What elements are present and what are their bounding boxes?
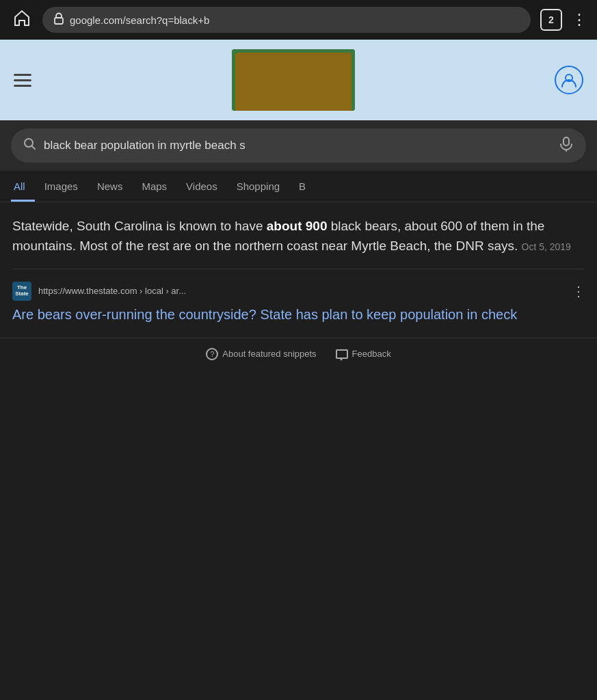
bottom-bar: ? About featured snippets Feedback <box>0 338 597 370</box>
tab-all[interactable]: All <box>11 171 35 202</box>
divider <box>12 269 585 269</box>
address-bar[interactable]: google.com/search?q=black+b <box>42 7 531 33</box>
tab-count[interactable]: 2 <box>540 9 562 31</box>
main-content: Statewide, South Carolina is known to ha… <box>0 202 597 338</box>
home-button[interactable] <box>11 8 33 32</box>
browser-chrome: google.com/search?q=black+b 2 ⋮ <box>0 0 597 40</box>
tab-news[interactable]: News <box>88 171 133 202</box>
result-title[interactable]: Are bears over-running the countryside? … <box>12 305 585 324</box>
tab-maps[interactable]: Maps <box>132 171 176 202</box>
tab-videos[interactable]: Videos <box>176 171 227 202</box>
result-more-icon[interactable]: ⋮ <box>572 283 585 299</box>
lock-icon <box>53 12 64 27</box>
result-url: https://www.thestate.com › local › ar... <box>38 286 565 296</box>
feedback-button[interactable]: Feedback <box>336 349 391 359</box>
snippet-text-bold: about 900 <box>267 219 328 233</box>
mic-icon[interactable] <box>559 137 574 154</box>
search-tabs: All Images News Maps Videos Shopping B <box>0 171 597 202</box>
snippet-text-before: Statewide, South Carolina is known to ha… <box>12 219 267 233</box>
feedback-icon <box>336 349 348 359</box>
hamburger-menu-icon[interactable] <box>14 74 31 87</box>
result-favicon: TheState <box>12 282 31 301</box>
tab-shopping[interactable]: Shopping <box>227 171 289 202</box>
about-snippets-label: About featured snippets <box>222 349 316 359</box>
snippet-body: Statewide, South Carolina is known to ha… <box>12 216 585 256</box>
search-query-text: black bear population in myrtle beach s <box>44 139 552 152</box>
svg-rect-3 <box>563 137 569 146</box>
google-doodle: ✦ ◯ ⊕⊛ ✦ ⊕⊗ ◯ ✦ <box>232 49 355 111</box>
more-options-icon[interactable]: ⋮ <box>572 11 586 29</box>
profile-icon[interactable] <box>555 66 583 94</box>
feedback-label: Feedback <box>352 349 391 359</box>
tab-images[interactable]: Images <box>35 171 88 202</box>
result-source-row: TheState https://www.thestate.com › loca… <box>12 282 585 301</box>
tab-more[interactable]: B <box>289 171 315 202</box>
snippet-date: Oct 5, 2019 <box>522 241 571 252</box>
about-snippets-link[interactable]: ? About featured snippets <box>206 348 316 360</box>
svg-rect-0 <box>55 18 63 24</box>
help-circle-icon: ? <box>206 348 218 360</box>
search-bar[interactable]: black bear population in myrtle beach s <box>11 129 586 163</box>
search-bar-area: black bear population in myrtle beach s <box>0 120 597 171</box>
featured-snippet: Statewide, South Carolina is known to ha… <box>12 216 585 256</box>
google-header: ✦ ◯ ⊕⊛ ✦ ⊕⊗ ◯ ✦ <box>0 40 597 120</box>
favicon-text: TheState <box>15 285 29 297</box>
svg-point-2 <box>25 139 33 147</box>
address-text: google.com/search?q=black+b <box>70 14 209 26</box>
search-result-item: TheState https://www.thestate.com › loca… <box>12 282 585 324</box>
search-icon <box>23 137 37 154</box>
